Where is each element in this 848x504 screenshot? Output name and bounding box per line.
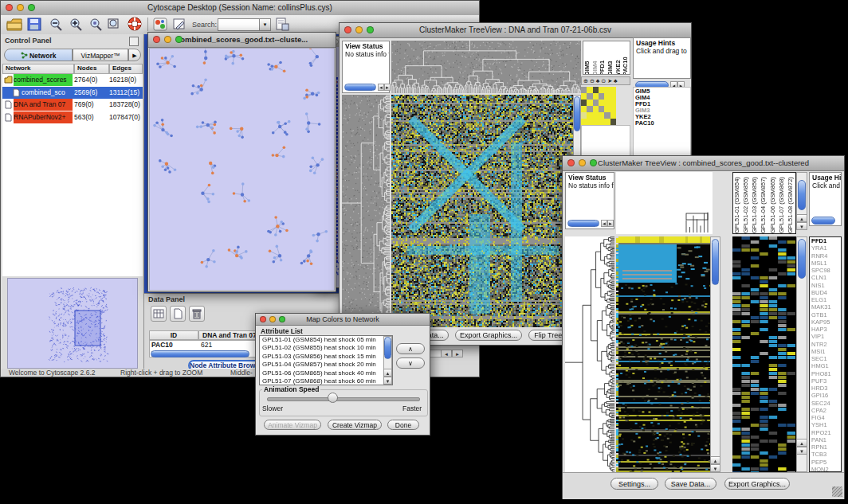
gene-label[interactable]: SEC1 [810, 355, 841, 362]
tv1-column-label[interactable]: PAC10 [622, 41, 630, 75]
tv1-matrix-row-label[interactable]: PAC10 [634, 120, 690, 127]
table-view-icon[interactable] [151, 306, 167, 322]
tv2-settings-button[interactable]: Settings... [610, 478, 658, 490]
create-vizmap-button[interactable]: Create Vizmap [328, 420, 382, 430]
matrix-cell[interactable] [604, 106, 610, 112]
scroll-left-arrow[interactable]: ◄ [441, 350, 452, 357]
network-row[interactable]: DNA and Tran 07769(0)183728(0) [2, 99, 143, 111]
matrix-tool-icon[interactable]: ➤ [607, 77, 612, 84]
array-label[interactable]: GPL51-08 (GSM872) [787, 173, 795, 234]
gene-label[interactable]: FIG4 [810, 414, 841, 421]
zoom-button[interactable] [367, 26, 374, 33]
gene-label[interactable]: RPN1 [810, 443, 841, 451]
matrix-cell[interactable] [581, 100, 587, 106]
zoom-in-icon[interactable] [69, 18, 83, 34]
zoom-button[interactable] [175, 36, 183, 43]
matrix-cell[interactable] [599, 112, 604, 119]
matrix-cell[interactable] [610, 119, 616, 125]
close-button[interactable] [153, 36, 160, 43]
attr-scroll-down[interactable]: ▼ [383, 377, 392, 385]
attr-scroll-up[interactable]: ▲ [383, 369, 392, 377]
main-titlebar[interactable]: Cytoscape Desktop (Session Name: collins… [1, 1, 479, 16]
tv2-gene-scroll-up[interactable]: ▲ [796, 439, 807, 447]
gene-label[interactable]: HAP3 [810, 326, 841, 333]
matrix-cell[interactable] [604, 87, 610, 93]
tv1-heatmap-vscroll-thumb[interactable] [574, 96, 580, 131]
tv1-status-right-arrow[interactable]: ► [384, 84, 391, 91]
matrix-cell[interactable] [593, 106, 599, 112]
gene-label[interactable]: VIP1 [810, 333, 841, 340]
minimize-button[interactable] [355, 26, 363, 33]
tv1-similarity-matrix[interactable] [581, 87, 616, 125]
tv1-column-label[interactable]: GIM5 [583, 41, 591, 75]
zoom-button[interactable] [28, 4, 35, 11]
gene-label[interactable]: RPO21 [810, 429, 841, 436]
matrix-cell[interactable] [593, 87, 599, 93]
gene-label[interactable]: YRA1 [810, 244, 841, 252]
minimize-button[interactable] [164, 36, 171, 43]
search-input[interactable] [218, 18, 261, 31]
matrix-cell[interactable] [587, 106, 592, 112]
attribute-list-item[interactable]: GPL51-07 (GSM868) heat shock 60 min [260, 377, 392, 385]
matrix-cell[interactable] [604, 119, 610, 125]
matrix-cell[interactable] [581, 112, 587, 119]
tv2-gene-scroll-down[interactable]: ▼ [796, 447, 807, 455]
gene-label[interactable]: MON2 [810, 466, 841, 472]
matrix-cell[interactable] [599, 119, 604, 125]
matrix-cell[interactable] [587, 87, 592, 93]
matrix-cell[interactable] [604, 93, 610, 100]
zoom-button[interactable] [279, 316, 285, 322]
open-folder-icon[interactable] [6, 18, 22, 34]
tv2-heatmap-scroll-down[interactable]: ▼ [710, 464, 720, 472]
gene-label[interactable]: RNR4 [810, 252, 841, 260]
network-overview[interactable] [7, 278, 138, 369]
matrix-cell[interactable] [581, 93, 587, 100]
gene-label[interactable]: GPI16 [810, 392, 841, 399]
tv1-column-label[interactable]: GIM3 [607, 41, 614, 75]
gene-label[interactable]: NTR2 [810, 341, 841, 348]
attribute-list-item[interactable]: GPL51-04 (GSM857) heat shock 20 min [260, 361, 392, 369]
tv2-status-scrollbar[interactable] [567, 220, 599, 227]
tv2-gene-vscroll-thumb[interactable] [798, 239, 806, 279]
network1-titlebar[interactable]: combined_scores_good.txt--cluste... [148, 33, 336, 48]
attribute-list-item[interactable]: GPL51-06 (GSM865) heat shock 40 min [260, 369, 392, 377]
array-label[interactable]: GPL51-03 (GSM856) [751, 173, 760, 234]
tv2-heatmap[interactable] [616, 236, 710, 472]
tv1-column-label[interactable]: PFD1 [599, 41, 607, 75]
matrix-tool-icon[interactable]: ⊙ [601, 77, 606, 84]
network-row[interactable]: RNAPuberNov2+563(0)107847(0) [2, 111, 143, 124]
delete-trash-icon[interactable] [189, 306, 205, 322]
save-icon[interactable] [27, 18, 41, 34]
gene-label[interactable]: MSL1 [810, 260, 841, 267]
tab-network[interactable]: Network [4, 49, 73, 61]
close-button[interactable] [567, 159, 575, 166]
done-button[interactable]: Done [387, 420, 419, 430]
attribute-list[interactable]: GPL51-01 (GSM854) heat shock 05 minGPL51… [259, 335, 393, 385]
tv2-heatmap-scroll-up[interactable]: ▲ [710, 456, 720, 464]
tv1-status-left-arrow[interactable]: ◄ [378, 84, 384, 91]
col-header-network[interactable]: Network [2, 64, 74, 74]
map-dialog-titlebar[interactable]: Map Colors to Network [256, 314, 430, 326]
animate-vizmap-button[interactable]: Animate Vizmap [264, 420, 321, 430]
matrix-cell[interactable] [587, 93, 592, 100]
array-label[interactable]: GPL51-02 (GSM855) [742, 173, 751, 234]
col-header-nodes[interactable]: Nodes [74, 64, 109, 74]
matrix-tool-icon[interactable]: ⊖ [590, 77, 595, 84]
matrix-tool-icon[interactable]: ⊕ [583, 77, 588, 84]
matrix-cell[interactable] [604, 100, 610, 106]
treeview1-titlebar[interactable]: ClusterMaker TreeView : DNA and Tran 07-… [340, 23, 691, 38]
gene-label[interactable]: SEC24 [810, 400, 841, 407]
close-button[interactable] [344, 26, 351, 33]
resize-grip[interactable] [832, 486, 842, 497]
gene-label[interactable]: PAN1 [810, 436, 841, 443]
attribute-list-item[interactable]: GPL51-03 (GSM856) heat shock 15 min [260, 353, 392, 361]
attribute-list-item[interactable]: GPL51-01 (GSM854) heat shock 05 min [260, 336, 392, 344]
matrix-cell[interactable] [593, 119, 599, 125]
attribute-down-button[interactable]: ∨ [396, 357, 425, 369]
treeview2-titlebar[interactable]: ClusterMaker TreeView : combined_scores_… [563, 156, 844, 171]
matrix-cell[interactable] [587, 119, 592, 125]
tab-vizmapper[interactable]: VizMapper™ [73, 49, 128, 61]
zoom-button[interactable] [590, 159, 597, 166]
col-header-edges[interactable]: Edges [109, 64, 143, 74]
tv1-row-dendrogram[interactable] [342, 95, 390, 327]
